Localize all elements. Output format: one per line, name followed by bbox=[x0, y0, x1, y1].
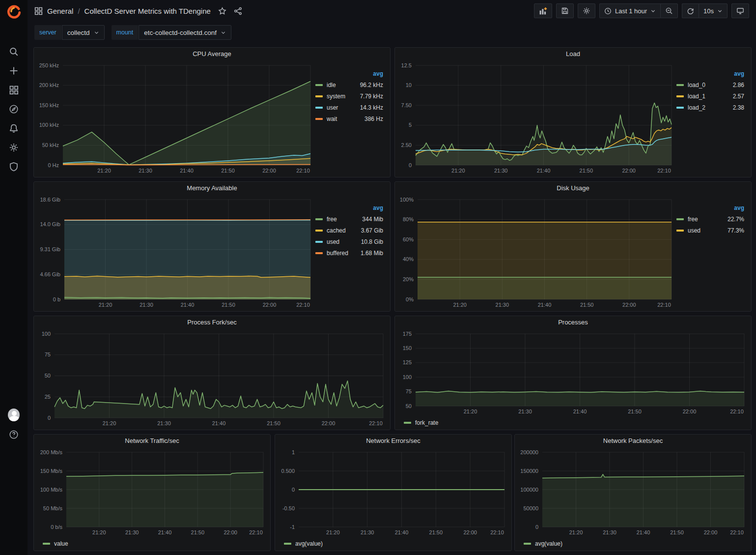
legend-item-free[interactable]: free22.7% bbox=[676, 213, 744, 225]
panel-title[interactable]: Network Errors/sec bbox=[275, 435, 511, 447]
processes-chart[interactable]: 507510012515017521:2021:3021:4021:5022:0… bbox=[397, 329, 749, 417]
legend-series-avg: 7.79 kHz bbox=[360, 93, 383, 100]
legend-series-color bbox=[315, 218, 323, 220]
legend-item-value[interactable]: value bbox=[43, 538, 68, 550]
panel-title[interactable]: Processes bbox=[395, 316, 751, 329]
legend-series-name: idle bbox=[327, 82, 336, 88]
svg-text:1: 1 bbox=[292, 449, 295, 455]
add-icon[interactable] bbox=[8, 65, 20, 77]
legend-series-name: free bbox=[688, 216, 698, 223]
legend-item-wait[interactable]: wait386 Hz bbox=[315, 113, 383, 124]
svg-text:22:10: 22:10 bbox=[730, 529, 744, 535]
explore-compass-icon[interactable] bbox=[8, 103, 20, 115]
svg-text:22:00: 22:00 bbox=[322, 420, 336, 426]
svg-text:21:20: 21:20 bbox=[92, 529, 106, 535]
network-traffic-chart[interactable]: 0 b/s50 Mb/s100 Mb/s150 Mb/s200 Mb/s21:2… bbox=[36, 447, 268, 538]
sidebar bbox=[0, 0, 28, 555]
svg-text:21:50: 21:50 bbox=[429, 529, 443, 535]
refresh-interval-picker[interactable]: 10s bbox=[699, 3, 728, 18]
svg-text:21:20: 21:20 bbox=[451, 168, 465, 174]
legend-item-idle[interactable]: idle96.2 kHz bbox=[315, 79, 383, 90]
user-avatar[interactable] bbox=[8, 409, 20, 421]
legend-item-user[interactable]: user14.3 kHz bbox=[315, 102, 383, 113]
search-icon[interactable] bbox=[8, 46, 20, 58]
grafana-logo-icon[interactable] bbox=[6, 4, 21, 19]
dashboard-title: CollectD Server Metrics with TDengine bbox=[84, 7, 211, 15]
svg-text:21:30: 21:30 bbox=[125, 529, 139, 535]
svg-text:20%: 20% bbox=[403, 276, 414, 282]
cpu-average-chart[interactable]: 0 Hz50 kHz100 kHz150 kHz200 kHz250 kHz21… bbox=[36, 60, 315, 176]
panel-title[interactable]: Network Traffic/sec bbox=[34, 435, 270, 447]
legend-item-cached[interactable]: cached3.67 Gib bbox=[315, 225, 383, 236]
svg-text:21:20: 21:20 bbox=[103, 420, 116, 426]
panel-title[interactable]: Network Packets/sec bbox=[515, 435, 751, 447]
server-admin-shield-icon[interactable] bbox=[8, 161, 20, 173]
legend-item-avgvalue[interactable]: avg(value) bbox=[284, 538, 323, 550]
legend-series-avg: 386 Hz bbox=[364, 116, 383, 122]
panel-processes: Processes 507510012515017521:2021:3021:4… bbox=[394, 316, 752, 430]
variable-value-server[interactable]: collectd bbox=[62, 25, 105, 40]
add-panel-button[interactable] bbox=[534, 3, 552, 18]
legend-avg-header: avg bbox=[315, 203, 383, 213]
star-icon[interactable] bbox=[218, 7, 226, 15]
legend-series-color bbox=[284, 543, 291, 545]
legend-series-avg: 10.8 Gib bbox=[361, 238, 383, 245]
svg-text:-1: -1 bbox=[290, 524, 295, 530]
top-navbar: General / CollectD Server Metrics with T… bbox=[28, 0, 756, 22]
panel-title[interactable]: Memory Available bbox=[34, 182, 390, 195]
panel-memory-available: Memory Available 0 b4.66 Gib9.31 Gib14.0… bbox=[33, 181, 391, 312]
load-chart[interactable]: 02.5057.501012.521:2021:3021:4021:5022:0… bbox=[397, 60, 676, 176]
legend-item-used[interactable]: used10.8 Gib bbox=[315, 236, 383, 247]
svg-text:0: 0 bbox=[292, 487, 295, 493]
svg-text:21:50: 21:50 bbox=[191, 529, 205, 535]
legend-item-load_1[interactable]: load_12.57 bbox=[676, 90, 744, 102]
share-icon[interactable] bbox=[234, 7, 242, 15]
alerting-bell-icon[interactable] bbox=[8, 122, 20, 134]
panel-network-traffic: Network Traffic/sec 0 b/s50 Mb/s100 Mb/s… bbox=[33, 434, 271, 551]
svg-text:-0.50: -0.50 bbox=[282, 505, 295, 511]
panel-title[interactable]: CPU Average bbox=[34, 48, 390, 60]
legend-item-free[interactable]: free344 Mib bbox=[315, 213, 383, 225]
cycle-view-mode-button[interactable] bbox=[731, 3, 749, 18]
legend-item-buffered[interactable]: buffered1.68 Mib bbox=[315, 247, 383, 259]
dashboards-icon[interactable] bbox=[8, 84, 20, 96]
legend-series-avg: 14.3 kHz bbox=[360, 104, 383, 111]
variable-value-mount[interactable]: etc-collectd-collectd.conf bbox=[139, 25, 231, 40]
svg-text:22:00: 22:00 bbox=[704, 529, 718, 535]
legend-item-load_2[interactable]: load_22.38 bbox=[676, 102, 744, 113]
breadcrumb-folder[interactable]: General bbox=[47, 7, 73, 15]
legend-item-used[interactable]: used77.3% bbox=[676, 225, 744, 236]
panel-title[interactable]: Process Fork/sec bbox=[34, 316, 390, 329]
zoom-out-button[interactable] bbox=[660, 3, 678, 18]
legend-series-color bbox=[676, 107, 684, 109]
save-dashboard-button[interactable] bbox=[556, 3, 574, 18]
svg-text:21:30: 21:30 bbox=[518, 409, 532, 414]
breadcrumb-separator: / bbox=[78, 7, 80, 15]
panel-disk-usage: Disk Usage 0%20%40%60%80%100%21:2021:302… bbox=[394, 181, 752, 312]
process-fork-chart[interactable]: 025507510021:2021:3021:4021:5022:0022:10 bbox=[36, 329, 388, 429]
svg-text:200 kHz: 200 kHz bbox=[39, 82, 59, 88]
legend-series-color bbox=[315, 107, 323, 109]
legend-series-avg: 22.7% bbox=[728, 216, 744, 223]
dashboard-settings-button[interactable] bbox=[578, 3, 595, 18]
memory-available-chart[interactable]: 0 b4.66 Gib9.31 Gib14.0 Gib18.6 Gib21:20… bbox=[36, 195, 315, 310]
network-packets-chart[interactable]: 05000010000015000020000021:2021:3021:402… bbox=[517, 447, 749, 538]
legend-item-avgvalue[interactable]: avg(value) bbox=[524, 538, 562, 550]
svg-text:9.31 Gib: 9.31 Gib bbox=[40, 246, 60, 252]
legend-series-color bbox=[315, 84, 323, 86]
disk-usage-chart[interactable]: 0%20%40%60%80%100%21:2021:3021:4021:5022… bbox=[397, 195, 676, 310]
time-range-picker[interactable]: Last 1 hour bbox=[599, 3, 660, 18]
refresh-button[interactable] bbox=[682, 3, 699, 18]
panel-title[interactable]: Load bbox=[395, 48, 751, 60]
legend-item-system[interactable]: system7.79 kHz bbox=[315, 90, 383, 102]
legend-series-name: fork_rate bbox=[415, 419, 438, 426]
legend-item-load_0[interactable]: load_02.86 bbox=[676, 79, 744, 90]
svg-text:5: 5 bbox=[409, 122, 412, 128]
network-errors-chart[interactable]: -1-0.5000.500121:2021:3021:4021:5022:002… bbox=[277, 447, 509, 538]
configuration-gear-icon[interactable] bbox=[8, 142, 20, 153]
panel-title[interactable]: Disk Usage bbox=[395, 182, 751, 195]
help-icon[interactable] bbox=[8, 429, 20, 440]
svg-text:21:20: 21:20 bbox=[569, 529, 583, 535]
legend-item-fork_rate[interactable]: fork_rate bbox=[404, 417, 438, 429]
legend-series-color bbox=[43, 543, 50, 545]
